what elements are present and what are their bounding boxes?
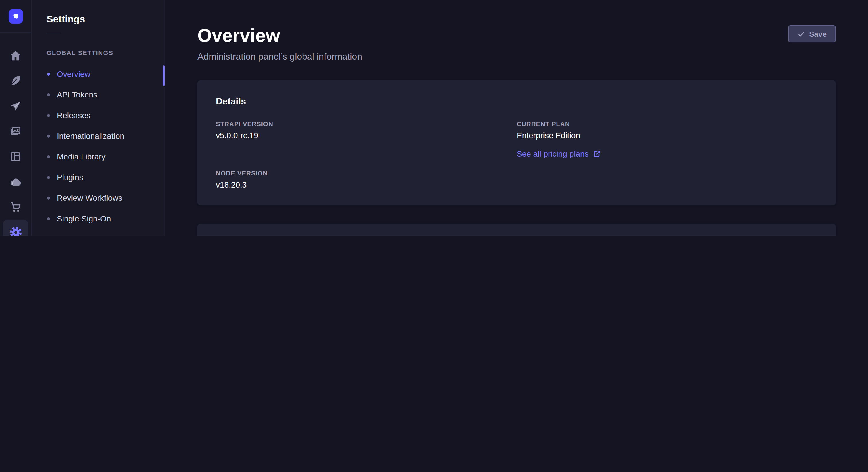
media-library-icon <box>9 125 22 138</box>
strapi-logo-icon <box>8 9 23 23</box>
bullet-icon <box>47 196 50 199</box>
rail-item-home[interactable] <box>3 43 28 68</box>
pricing-plans-link[interactable]: See all pricing plans <box>517 149 601 158</box>
sidebar-item-single-sign-on[interactable]: Single Sign-On <box>32 208 165 229</box>
details-card: Details STRAPI VERSION v5.0.0-rc.19 NODE… <box>197 80 836 205</box>
sidebar-item-plugins[interactable]: Plugins <box>32 167 165 188</box>
strapi-version-label: STRAPI VERSION <box>216 121 517 127</box>
bullet-icon <box>47 93 50 96</box>
rail-item-media-library[interactable] <box>3 119 28 144</box>
details-grid: STRAPI VERSION v5.0.0-rc.19 NODE VERSION… <box>216 121 817 189</box>
subnav-title: Settings <box>46 14 165 25</box>
subnav-title-divider <box>46 34 60 34</box>
bullet-icon <box>47 155 50 158</box>
external-link-icon <box>593 150 601 158</box>
gear-icon <box>9 226 22 236</box>
bullet-icon <box>47 217 50 220</box>
bullet-icon <box>47 134 50 137</box>
bullet-icon <box>47 176 50 179</box>
rail-item-marketplace[interactable] <box>3 194 28 220</box>
rail-icon-nav <box>3 43 28 236</box>
section-header-global-settings: GLOBAL SETTINGS <box>46 49 150 56</box>
sidebar-item-review-workflows[interactable]: Review Workflows <box>32 188 165 208</box>
customization-card: Customization Max dimension: 750×750, Ma… <box>197 224 836 236</box>
sidebar-item-releases[interactable]: Releases <box>32 105 165 126</box>
bullet-icon <box>47 72 50 75</box>
strapi-version-value: v5.0.0-rc.19 <box>216 131 517 140</box>
current-plan-label: CURRENT PLAN <box>517 121 817 127</box>
main-content: Overview Administration panel’s global i… <box>165 0 868 236</box>
details-left-column: STRAPI VERSION v5.0.0-rc.19 NODE VERSION… <box>216 121 517 189</box>
rail-item-content-type-builder[interactable] <box>3 144 28 169</box>
details-heading: Details <box>216 96 817 107</box>
sidebar-item-internationalization[interactable]: Internationalization <box>32 126 165 146</box>
settings-subnav: Settings GLOBAL SETTINGS Overview API To… <box>32 0 165 236</box>
rail-item-releases[interactable] <box>3 94 28 119</box>
home-icon <box>9 49 22 62</box>
page-header: Overview Administration panel’s global i… <box>197 25 836 62</box>
cart-icon <box>9 201 22 213</box>
global-settings-list: Overview API Tokens Releases Internation… <box>32 64 165 236</box>
cloud-icon <box>9 175 22 189</box>
active-item-indicator <box>163 65 165 86</box>
current-plan-value: Enterprise Edition <box>517 131 817 140</box>
node-version-field: NODE VERSION v18.20.3 <box>216 170 517 189</box>
paper-plane-icon <box>9 100 22 112</box>
bullet-icon <box>47 114 50 117</box>
strapi-version-field: STRAPI VERSION v5.0.0-rc.19 <box>216 121 517 140</box>
rail-item-cloud[interactable] <box>3 169 28 194</box>
rail-item-settings[interactable] <box>3 220 28 236</box>
sidebar-item-media-library[interactable]: Media Library <box>32 146 165 167</box>
page-subtitle: Administration panel’s global informatio… <box>197 52 362 62</box>
main-nav-rail: KD <box>0 0 32 236</box>
check-icon <box>797 30 805 38</box>
page-header-text: Overview Administration panel’s global i… <box>197 25 362 62</box>
rail-item-content-manager[interactable] <box>3 68 28 94</box>
node-version-label: NODE VERSION <box>216 170 517 177</box>
sidebar-item-overview[interactable]: Overview <box>32 64 165 84</box>
sidebar-item-transfer-tokens[interactable]: Transfer Tokens <box>32 229 165 236</box>
app-window: KD Settings GLOBAL SETTINGS Overview API… <box>0 0 868 236</box>
node-version-value: v18.20.3 <box>216 180 517 189</box>
save-button[interactable]: Save <box>788 25 836 42</box>
layout-icon <box>9 150 22 163</box>
rail-divider <box>0 32 31 33</box>
page-title: Overview <box>197 25 362 46</box>
sidebar-item-api-tokens[interactable]: API Tokens <box>32 84 165 105</box>
current-plan-field: CURRENT PLAN Enterprise Edition <box>517 121 817 140</box>
details-right-column: CURRENT PLAN Enterprise Edition See all … <box>517 121 817 189</box>
feather-icon <box>9 74 22 87</box>
workspace-logo[interactable] <box>0 0 31 32</box>
